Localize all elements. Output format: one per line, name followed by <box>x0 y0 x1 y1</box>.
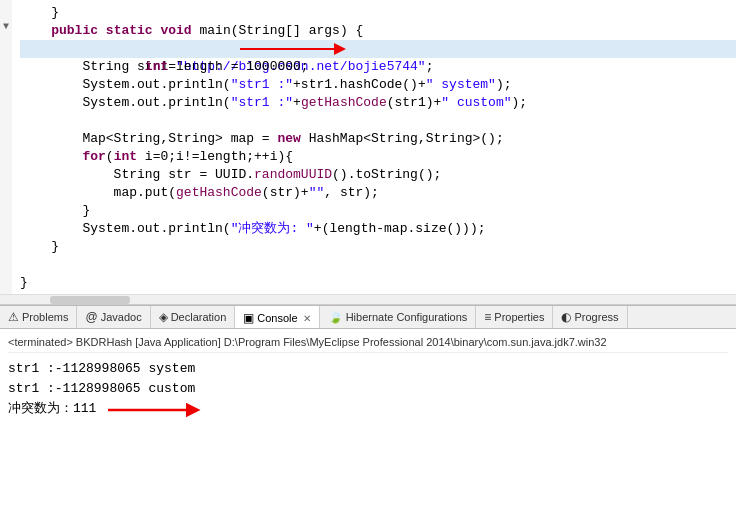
code-line <box>20 256 736 274</box>
console-line-2: str1 :-1128998065 custom <box>8 379 728 399</box>
tab-console[interactable]: ▣ Console ✕ <box>235 305 319 329</box>
code-line-highlighted: int length = 1000000; <box>20 40 736 58</box>
horizontal-scrollbar[interactable] <box>0 294 736 304</box>
code-line: } <box>20 202 736 220</box>
code-line: } <box>20 274 736 292</box>
console-close-icon[interactable]: ✕ <box>303 313 311 324</box>
tab-javadoc-label: Javadoc <box>101 311 142 323</box>
tab-problems-label: Problems <box>22 311 68 323</box>
code-arrow <box>235 41 355 57</box>
code-line: Map<String,String> map = new HashMap<Str… <box>20 130 736 148</box>
tab-hibernate-label: Hibernate Configurations <box>346 311 468 323</box>
console-line-3: 冲突数为：111 <box>8 399 728 419</box>
tab-javadoc[interactable]: @ Javadoc <box>77 305 150 329</box>
code-line <box>20 112 736 130</box>
code-line: System.out.println("冲突数为: "+(length-map.… <box>20 220 736 238</box>
tab-declaration[interactable]: ◈ Declaration <box>151 305 236 329</box>
console-chinese-text: 冲突数为：111 <box>8 399 96 419</box>
tab-progress[interactable]: ◐ Progress <box>553 305 627 329</box>
tab-properties-label: Properties <box>494 311 544 323</box>
code-line: } <box>20 4 736 22</box>
tab-bar: ⚠ Problems @ Javadoc ◈ Declaration ▣ Con… <box>0 305 736 329</box>
console-area: <terminated> BKDRHash [Java Application]… <box>0 329 736 524</box>
scrollbar-thumb[interactable] <box>50 296 130 304</box>
code-line: } <box>20 238 736 256</box>
tab-hibernate[interactable]: 🍃 Hibernate Configurations <box>320 305 477 329</box>
tab-declaration-label: Declaration <box>171 311 227 323</box>
code-editor: ▼ } public static void main(String[] arg… <box>0 0 736 305</box>
console-line-1: str1 :-1128998065 system <box>8 359 728 379</box>
hibernate-icon: 🍃 <box>328 310 343 324</box>
tab-console-label: Console <box>257 312 297 324</box>
javadoc-icon: @ <box>85 310 97 324</box>
code-line: System.out.println("str1 :"+str1.hashCod… <box>20 76 736 94</box>
code-line: map.put(getHashCode(str)+"", str); <box>20 184 736 202</box>
code-line: for(int i=0;i!=length;++i){ <box>20 148 736 166</box>
declaration-icon: ◈ <box>159 310 168 324</box>
progress-icon: ◐ <box>561 310 571 324</box>
fold-gutter: ▼ <box>0 0 12 304</box>
problems-icon: ⚠ <box>8 310 19 324</box>
code-line: public static void main(String[] args) { <box>20 22 736 40</box>
tab-properties[interactable]: ≡ Properties <box>476 305 553 329</box>
console-output: str1 :-1128998065 system str1 :-11289980… <box>8 359 728 419</box>
console-header: <terminated> BKDRHash [Java Application]… <box>8 333 728 353</box>
code-content: } public static void main(String[] args)… <box>12 0 736 304</box>
console-arrow <box>103 401 203 419</box>
tab-problems[interactable]: ⚠ Problems <box>0 305 77 329</box>
code-line: String str = UUID.randomUUID().toString(… <box>20 166 736 184</box>
console-icon: ▣ <box>243 311 254 325</box>
properties-icon: ≡ <box>484 310 491 324</box>
code-line: System.out.println("str1 :"+getHashCode(… <box>20 94 736 112</box>
tab-progress-label: Progress <box>574 311 618 323</box>
